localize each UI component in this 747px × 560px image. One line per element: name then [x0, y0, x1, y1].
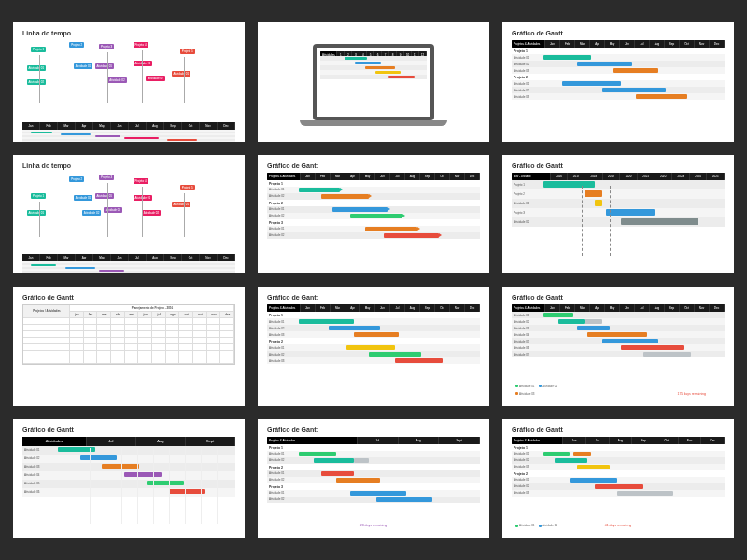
timeline-box: Atividade 02 [104, 207, 123, 213]
slide-title: Gráfico de Gantt [512, 162, 725, 169]
slide-10[interactable]: Gráfico de Gantt Atividades Jul Aug Sept… [13, 419, 245, 539]
timeline-box: Projeto 1 [31, 193, 46, 199]
slide-title: Gráfico de Gantt [22, 427, 235, 433]
days-remaining-note: 41 days remaining [605, 524, 632, 527]
timeline-box: Atividade 01 [27, 210, 47, 216]
slide-2[interactable]: Atividades 123456 789101112 [258, 22, 489, 142]
timeline-box: Atividade 02 [27, 79, 47, 85]
timeline-box: Projeto 1 [31, 47, 46, 52]
timeline-box: Atividade 01 [95, 63, 115, 69]
timeline-box: Atividade 01 [134, 61, 153, 66]
slide-title: Gráfico de Gantt [267, 162, 480, 169]
timeline-box: Projeto 3 [99, 44, 114, 49]
slide-title: Gráfico de Gantt [267, 427, 480, 433]
timeline-box: Projeto 4 [134, 178, 148, 184]
timeline-box: Projeto 2 [69, 42, 84, 48]
timeline-box: Atividade 01 [95, 193, 115, 199]
legend: Atividade 01 Atividade 02 [515, 524, 557, 527]
slide-5[interactable]: Gráfico de Gantt Projetos & Atividades J… [258, 155, 489, 274]
slide-title: Linha do tempo [22, 30, 235, 36]
timeline-box: Projeto 3 [99, 175, 114, 180]
slide-title: Gráfico de Gantt [267, 294, 480, 301]
timeline-box: Atividade 01 [27, 65, 47, 71]
slide-6[interactable]: Gráfico de Gantt Nov - Div/Ano 20162017 … [502, 155, 734, 274]
slide-8[interactable]: Gráfico de Gantt Projetos & Atividades J… [258, 287, 489, 406]
laptop-icon: Atividades 123456 789101112 [313, 44, 434, 120]
timeline-box: Atividade 02 [82, 210, 102, 216]
slide-title: Gráfico de Gantt [512, 294, 725, 301]
slide-4[interactable]: Linha do tempo Projeto 1 Projeto 2 Proje… [13, 155, 245, 274]
timeline-axis: JanFeb MarApr MayJun JulAug SepOct NovDe… [22, 254, 235, 261]
timeline-box: Atividade 01 [134, 195, 153, 201]
timeline-box: Projeto 5 [180, 49, 195, 54]
slide-title: Linha do tempo [22, 162, 235, 169]
slide-title: Gráfico de Gantt [22, 294, 235, 301]
timeline-box: Projeto 4 [134, 42, 148, 48]
timeline-box: Atividade 01 [172, 202, 191, 207]
blank-gantt-grid: Projetos / Atividades Planejamento de Pr… [22, 304, 235, 365]
slide-7[interactable]: Gráfico de Gantt Projetos / Atividades P… [13, 287, 245, 406]
slide-title: Gráfico de Gantt [512, 427, 725, 433]
slide-12[interactable]: Gráfico de Gantt Projetos & Atividades J… [502, 419, 734, 539]
slide-grid: Linha do tempo Projeto 1 Projeto 2 Proje… [13, 22, 734, 538]
timeline-box: Atividade 02 [146, 76, 165, 81]
slide-title: Gráfico de Gantt [512, 30, 725, 36]
timeline-box: Atividade 01 [74, 63, 93, 69]
slide-1[interactable]: Linha do tempo Projeto 1 Projeto 2 Proje… [13, 22, 245, 142]
timeline-box: Projeto 5 [180, 185, 195, 190]
timeline-box: Atividade 01 [172, 71, 191, 77]
legend: Atividade 01 Atividade 02 Atividade 03 [515, 385, 571, 396]
timeline-box: Atividade 01 [74, 195, 93, 201]
timeline-box: Atividade 02 [107, 77, 127, 83]
slide-9[interactable]: Gráfico de Gantt Projetos & Atividades J… [502, 287, 734, 406]
timeline-axis: JanFeb MarApr MayJun JulAug SepOct NovDe… [22, 122, 235, 130]
days-remaining-note: 28 days remaining [360, 524, 388, 527]
days-remaining-note: 175 days remaining [677, 392, 706, 396]
timeline-box: Atividade 02 [142, 210, 162, 216]
timeline-box: Projeto 2 [69, 176, 84, 182]
slide-11[interactable]: Gráfico de Gantt Projetos & Atividades J… [258, 419, 489, 539]
slide-3[interactable]: Gráfico de Gantt Projetos & Atividades J… [502, 22, 734, 142]
